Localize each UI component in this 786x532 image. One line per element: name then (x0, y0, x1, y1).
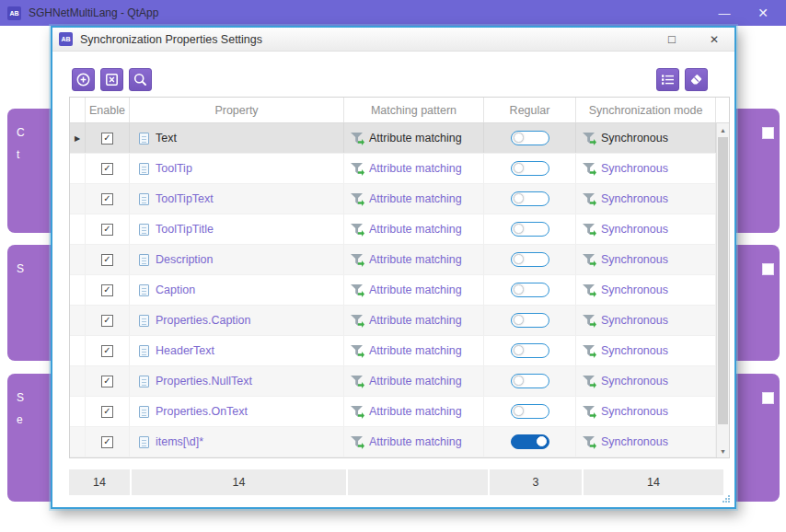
row-selector-header (70, 98, 86, 122)
regular-toggle[interactable] (511, 131, 549, 145)
delete-button[interactable] (100, 68, 123, 91)
detail-list-button[interactable] (656, 68, 679, 91)
filter-icon[interactable] (583, 163, 595, 174)
filter-icon[interactable] (583, 284, 595, 295)
dialog-titlebar[interactable]: AB Synchronization Properties Settings □… (52, 28, 734, 52)
regular-toggle[interactable] (511, 283, 549, 297)
close-button[interactable]: ✕ (747, 0, 779, 26)
table-row[interactable]: ▶ ✓ Text Attribute matching Synchronous (70, 123, 729, 154)
filter-icon[interactable] (583, 406, 595, 417)
column-header-property[interactable]: Property (130, 98, 344, 122)
column-header-mode[interactable]: Synchronization mode (576, 98, 716, 122)
filter-icon[interactable] (351, 224, 363, 235)
table-row[interactable]: ✓ Properties.Caption Attribute matching … (70, 306, 729, 336)
filter-icon[interactable] (583, 254, 595, 265)
table-row[interactable]: ✓ items[\d]* Attribute matching Synchron… (70, 427, 729, 457)
filter-icon[interactable] (351, 376, 363, 387)
resize-grip[interactable] (728, 501, 730, 503)
regular-toggle[interactable] (511, 161, 549, 176)
filter-icon[interactable] (583, 436, 595, 447)
regular-toggle[interactable] (511, 343, 549, 358)
table-row[interactable]: ✓ Caption Attribute matching Synchronous (70, 275, 729, 306)
enable-checkbox[interactable]: ✓ (101, 436, 113, 448)
enable-checkbox[interactable]: ✓ (101, 345, 113, 357)
panel-checkbox[interactable] (762, 392, 774, 404)
enable-checkbox[interactable]: ✓ (101, 224, 113, 236)
filter-icon[interactable] (583, 376, 595, 387)
row-selector-cell[interactable] (70, 214, 86, 244)
row-selector-cell[interactable] (70, 184, 86, 214)
mode-value: Synchronous (601, 344, 668, 357)
row-selector-cell[interactable] (70, 154, 86, 183)
table-body: ▶ ✓ Text Attribute matching Synchronous … (70, 123, 729, 457)
table-row[interactable]: ✓ ToolTipText Attribute matching Synchro… (70, 184, 729, 214)
row-selector-cell[interactable] (70, 397, 86, 426)
enable-checkbox[interactable]: ✓ (101, 133, 113, 145)
panel-checkbox[interactable] (762, 127, 774, 139)
row-selector-cell[interactable] (70, 245, 86, 274)
table-row[interactable]: ✓ Properties.NullText Attribute matching… (70, 366, 729, 397)
maximize-button[interactable]: □ (658, 29, 686, 50)
search-button[interactable] (129, 68, 152, 91)
enable-checkbox[interactable]: ✓ (101, 163, 113, 175)
regular-toggle[interactable] (511, 313, 549, 328)
filter-icon[interactable] (583, 315, 595, 326)
table-row[interactable]: ✓ ToolTip Attribute matching Synchronous (70, 154, 729, 184)
filter-icon[interactable] (583, 224, 595, 235)
enable-checkbox[interactable]: ✓ (101, 284, 113, 296)
regular-toggle[interactable] (511, 404, 549, 419)
enable-checkbox[interactable]: ✓ (101, 376, 113, 387)
enable-checkbox[interactable]: ✓ (101, 315, 113, 327)
regular-toggle[interactable] (511, 222, 549, 237)
column-header-enable[interactable]: Enable (86, 98, 130, 122)
property-name: Description (156, 253, 214, 266)
filter-icon[interactable] (351, 163, 363, 174)
regular-toggle[interactable] (511, 374, 549, 388)
filter-icon[interactable] (351, 345, 363, 356)
column-header-pattern[interactable]: Matching pattern (344, 98, 484, 122)
table-row[interactable]: ✓ Properties.OnText Attribute matching S… (70, 397, 729, 427)
column-header-regular[interactable]: Regular (484, 98, 576, 122)
detail-list-icon (660, 72, 676, 87)
regular-toggle[interactable] (511, 434, 549, 449)
scroll-down-icon[interactable]: ▼ (717, 445, 729, 457)
mode-value: Synchronous (601, 192, 668, 205)
filter-icon[interactable] (583, 345, 595, 356)
add-button[interactable] (72, 68, 95, 91)
row-selector-cell[interactable] (70, 275, 86, 305)
filter-icon[interactable] (351, 436, 363, 447)
row-selector-cell[interactable] (70, 306, 86, 335)
vertical-scrollbar[interactable]: ▲ ▼ (716, 123, 729, 457)
enable-checkbox[interactable]: ✓ (101, 406, 113, 418)
row-selector-cell[interactable] (70, 336, 86, 365)
scroll-up-icon[interactable]: ▲ (717, 123, 729, 136)
filter-icon[interactable] (351, 193, 363, 204)
enable-checkbox[interactable]: ✓ (101, 193, 113, 205)
filter-icon[interactable] (351, 284, 363, 295)
table-row[interactable]: ✓ Description Attribute matching Synchro… (70, 245, 729, 275)
filter-icon[interactable] (351, 254, 363, 265)
scrollbar-thumb[interactable] (718, 137, 728, 424)
dialog-close-button[interactable]: ✕ (700, 29, 728, 50)
toggle-knob (514, 163, 524, 173)
panel-checkbox[interactable] (762, 263, 774, 275)
table-row[interactable]: ✓ ToolTipTitle Attribute matching Synchr… (70, 214, 729, 245)
clear-button[interactable] (685, 68, 708, 91)
pattern-value: Attribute matching (369, 405, 462, 418)
row-selector-cell[interactable]: ▶ (70, 123, 86, 153)
enable-checkbox[interactable]: ✓ (101, 254, 113, 266)
document-icon (139, 315, 149, 327)
filter-icon[interactable] (351, 315, 363, 326)
filter-icon[interactable] (583, 133, 595, 144)
regular-toggle[interactable] (511, 252, 549, 267)
filter-icon[interactable] (583, 193, 595, 204)
filter-icon[interactable] (351, 406, 363, 417)
regular-toggle[interactable] (511, 191, 549, 206)
row-selector-cell[interactable] (70, 366, 86, 396)
minimize-button[interactable]: — (709, 0, 740, 26)
row-selector-cell[interactable] (70, 427, 86, 457)
table-row[interactable]: ✓ HeaderText Attribute matching Synchron… (70, 336, 729, 366)
summary-pattern-count (348, 469, 488, 495)
filter-icon[interactable] (351, 133, 363, 144)
parent-window-titlebar: AB SGHNetMultiLang - QtApp — ✕ (0, 0, 786, 26)
